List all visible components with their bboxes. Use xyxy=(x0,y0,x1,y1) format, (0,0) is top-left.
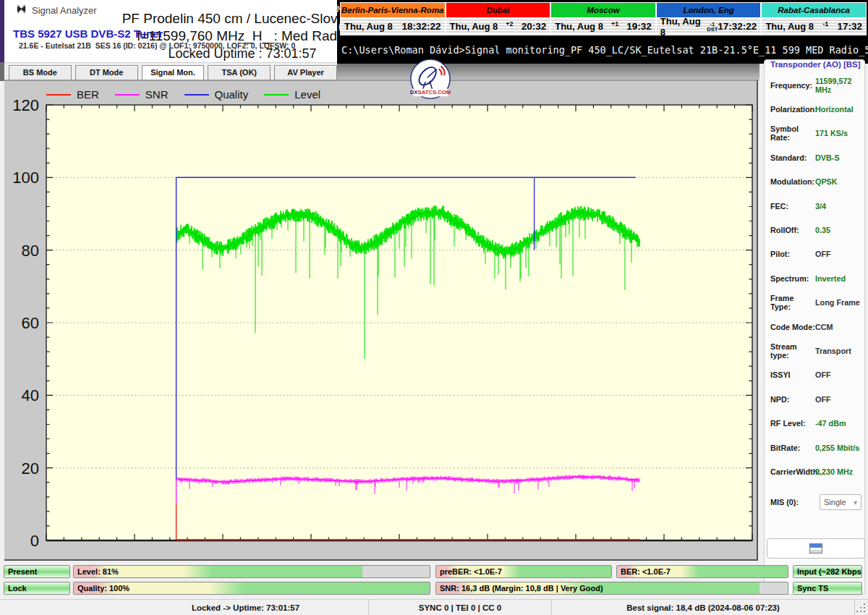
field-value: -47 dBm xyxy=(815,419,846,428)
mode-tabs: BS Mode DT Mode Signal Mon. TSA (OK) AV … xyxy=(4,62,337,81)
quality-bar: Quality: 100% xyxy=(73,582,430,595)
transponder-row: RollOff:0.35 xyxy=(770,218,861,242)
mis-select[interactable]: Single ▾ xyxy=(820,494,861,510)
transponder-row: Standard:DVB-S xyxy=(770,145,861,169)
tab-tsa[interactable]: TSA (OK) xyxy=(208,65,271,81)
ber-bar: BER: <1.0E-7 xyxy=(616,565,788,578)
transponder-row: RF Level:-47 dBm xyxy=(770,411,861,435)
field-value: CCM xyxy=(815,323,833,331)
field-label: Spectrum: xyxy=(770,274,815,283)
transponder-row: Stream type:Transport xyxy=(770,339,861,362)
transponder-row: Frame Type:Long Frame xyxy=(770,291,861,315)
field-value: DVB-S xyxy=(815,153,840,162)
sync-ts-indicator: Sync TS xyxy=(793,582,862,595)
field-label: Modulation: xyxy=(770,177,815,186)
present-indicator: Present xyxy=(4,565,70,578)
chevron-down-icon: ▾ xyxy=(854,499,857,506)
mis-row: MIS (0): Single ▾ xyxy=(770,494,861,510)
preber-bar: preBER: <1.0E-7 xyxy=(435,565,612,578)
snr-bar: SNR: 16,3 dB (Margin: 10,8 dB | Very Goo… xyxy=(435,582,788,595)
status-best-signal: Best signal: 18,4 dB (2024-08-06 07:23) xyxy=(552,600,855,615)
field-value: 0,255 Mbit/s xyxy=(815,444,859,452)
field-value: OFF xyxy=(815,250,831,258)
clock-time: 17:32 xyxy=(837,21,862,32)
field-label: Code Mode: xyxy=(770,323,815,331)
field-label: Frame Type: xyxy=(770,294,815,311)
world-clocks: Berlin-Paris-Vienna-Roma Thu, Aug 8 18:3… xyxy=(340,2,867,41)
y-axis-tick-label: 80 xyxy=(22,242,39,260)
transponder-row: FEC:3/4 xyxy=(770,194,861,218)
field-value: Long Frame xyxy=(815,298,860,307)
tab-dt-mode[interactable]: DT Mode xyxy=(75,65,138,81)
status-locked-uptime: Locked -> Uptime: 73:01:57 xyxy=(0,600,369,615)
field-value: 3/4 xyxy=(815,202,826,211)
tab-bs-mode[interactable]: BS Mode xyxy=(9,65,72,81)
app-bowtie-icon xyxy=(16,4,27,17)
export-button[interactable] xyxy=(767,538,865,559)
terminal-prompt[interactable]: C:\Users\Roman Dávid>Signal monitoring_P… xyxy=(341,44,867,56)
window-title: Signal Analyzer xyxy=(32,5,97,16)
y-axis-tick-label: 100 xyxy=(12,169,39,187)
field-label: CarrierWidth: xyxy=(770,467,815,476)
field-value: QPSK xyxy=(815,177,838,186)
field-value: 171 KS/s xyxy=(815,129,848,137)
field-value: Transport xyxy=(815,347,851,355)
transponder-title: Transponder (AO) [BS] xyxy=(770,60,861,69)
clock-rabat: Rabat-Casablanca Thu, Aug 8 -1 17:32 xyxy=(761,2,867,41)
y-axis-tick-label: 40 xyxy=(22,386,39,404)
transponder-row: NPD:OFF xyxy=(770,387,861,411)
lock-indicator: Lock xyxy=(4,582,70,595)
clock-date: Thu, Aug 8 xyxy=(555,21,603,32)
resize-grip[interactable] xyxy=(855,600,868,615)
tab-av-player[interactable]: AV Player xyxy=(274,65,337,81)
transponder-row: Polarization:Horizontal xyxy=(770,97,861,121)
window-shadow xyxy=(337,64,760,81)
clock-city-label: Rabat-Casablanca xyxy=(761,2,867,18)
field-label: Stream type: xyxy=(770,342,815,360)
clock-offset: -1 xyxy=(822,20,828,27)
field-label: Standard: xyxy=(770,153,815,162)
signal-chart-panel: BER SNR Quality Level 020406080100120 xyxy=(4,80,758,561)
mis-label: MIS (0): xyxy=(770,498,815,506)
input-indicator: Input (~282 Kbps) xyxy=(793,565,862,578)
field-value: 0.35 xyxy=(815,226,830,234)
transponder-row: Code Mode:CCM xyxy=(770,315,861,339)
mis-selected-value: Single xyxy=(824,498,846,506)
status-sync-counters: SYNC 0 | TEI 0 | CC 0 xyxy=(369,600,552,615)
clock-offset-dst: -1 DST xyxy=(707,22,718,32)
status-bar: Locked -> Uptime: 73:01:57 SYNC 0 | TEI … xyxy=(0,599,868,615)
clock-berlin: Berlin-Paris-Vienna-Roma Thu, Aug 8 18:3… xyxy=(340,2,446,41)
field-label: RollOff: xyxy=(770,226,815,234)
field-label: Frequency: xyxy=(770,81,815,90)
field-label: BitRate: xyxy=(770,444,815,452)
y-axis-tick-label: 0 xyxy=(30,532,39,550)
clock-date: Thu, Aug 8 xyxy=(765,21,814,32)
field-value: 0,230 MHz xyxy=(815,467,853,476)
export-table-icon xyxy=(809,543,822,554)
transponder-row: ISSYIOFF xyxy=(770,363,861,387)
field-label: ISSYI xyxy=(770,370,815,379)
field-label: Polarization: xyxy=(770,105,815,114)
transponder-row: Symbol Rate:171 KS/s xyxy=(770,122,861,145)
clock-offset: +1 xyxy=(611,20,618,27)
clock-time: 18:32:22 xyxy=(402,21,441,32)
clock-time: 19:32 xyxy=(626,21,652,32)
transponder-groupbox: Transponder (AO) [BS] Frequency:11599,57… xyxy=(764,59,865,595)
clock-time: 20:32 xyxy=(522,21,547,32)
dxsatcs-logo: DXSATCS.COM xyxy=(409,58,451,101)
svg-text:DXSATCS.COM: DXSATCS.COM xyxy=(410,89,451,96)
level-bar: Level: 81% xyxy=(73,565,430,578)
transponder-row: Pilot:OFF xyxy=(770,242,861,266)
field-value: Inverted xyxy=(815,274,846,283)
clock-date: Thu, Aug 8 xyxy=(450,21,498,32)
clock-moscow: Moscow Thu, Aug 8 +1 19:32 xyxy=(550,2,656,41)
clock-offset: +2 xyxy=(506,20,513,27)
clock-date: Thu, Aug 8 xyxy=(344,21,393,32)
transponder-sidebar: Transponder (AO) [BS] Frequency:11599,57… xyxy=(760,64,868,599)
clock-time: 17:32:22 xyxy=(718,21,757,32)
transponder-rows: Frequency:11599,572 MHzPolarization:Hori… xyxy=(770,73,861,484)
y-axis-tick-label: 120 xyxy=(12,96,39,114)
y-axis-tick-label: 20 xyxy=(22,459,39,478)
field-value: 11599,572 MHz xyxy=(815,77,861,94)
field-value: OFF xyxy=(815,395,831,404)
